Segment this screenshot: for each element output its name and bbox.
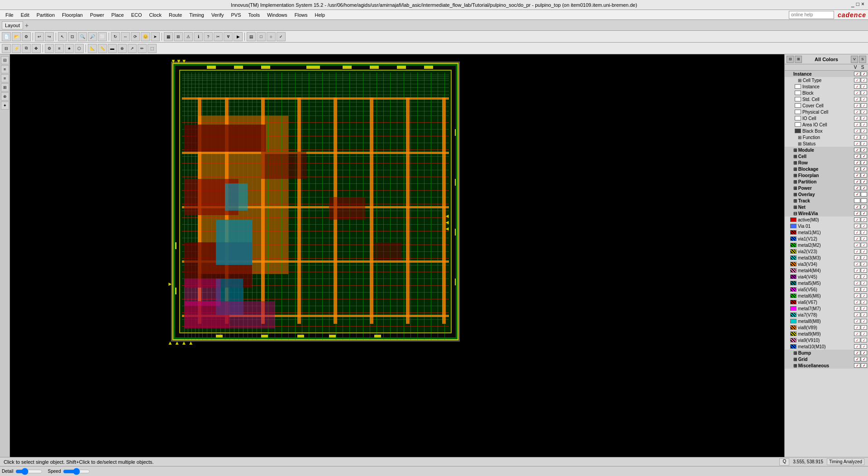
canvas-area[interactable]: ▼▼▼ ◄◄◄ ▲ ▲ ▲ ▲ ► bbox=[10, 54, 784, 457]
menu-route[interactable]: Route bbox=[165, 11, 186, 19]
color-row-46[interactable]: ⊞ Miscellaneous✓✓ bbox=[785, 362, 868, 369]
check-s-17[interactable]: ✓ bbox=[861, 179, 867, 184]
check-s-39[interactable]: ✓ bbox=[861, 319, 867, 323]
q-button[interactable]: Q bbox=[779, 458, 789, 466]
check-s-38[interactable]: ✓ bbox=[861, 313, 867, 317]
color-row-19[interactable]: ⊞ Overlay✓ bbox=[785, 191, 868, 197]
color-row-22[interactable]: ⊟ Wire&Via✓✓ bbox=[785, 210, 868, 216]
color-row-45[interactable]: ⊞ Grid✓✓ bbox=[785, 356, 868, 362]
menu-flows[interactable]: Flows bbox=[291, 11, 311, 19]
check-s-7[interactable]: ✓ bbox=[861, 116, 867, 120]
check-v-22[interactable]: ✓ bbox=[854, 211, 860, 216]
color-row-30[interactable]: via3(V34)✓✓ bbox=[785, 261, 868, 267]
check-s-29[interactable]: ✓ bbox=[861, 255, 867, 260]
check-v-7[interactable]: ✓ bbox=[854, 116, 860, 120]
toolbar2-select2[interactable]: ⬚ bbox=[148, 44, 157, 53]
color-row-8[interactable]: Area IO Cell✓✓ bbox=[785, 121, 868, 128]
check-s-26[interactable]: ✓ bbox=[861, 236, 867, 241]
check-v-44[interactable]: ✓ bbox=[854, 351, 860, 355]
sidebar-icon-5[interactable]: ⊕ bbox=[1, 92, 9, 101]
toolbar2-pencil[interactable]: ✏ bbox=[138, 44, 147, 53]
color-row-9[interactable]: Black Box✓✓ bbox=[785, 128, 868, 134]
check-v-26[interactable]: ✓ bbox=[854, 236, 860, 241]
check-s-6[interactable]: ✓ bbox=[861, 110, 867, 114]
color-row-12[interactable]: ⊞ Module✓✓ bbox=[785, 147, 868, 153]
color-row-44[interactable]: ⊞ Bump✓✓ bbox=[785, 350, 868, 356]
color-row-32[interactable]: via4(V45)✓✓ bbox=[785, 274, 868, 280]
check-s-36[interactable]: ✓ bbox=[861, 300, 867, 304]
check-v-19[interactable]: ✓ bbox=[854, 192, 860, 197]
check-s-3[interactable]: ✓ bbox=[861, 91, 867, 95]
toolbar-cut[interactable]: ✂ bbox=[214, 32, 223, 41]
check-v-35[interactable]: ✓ bbox=[854, 293, 860, 298]
color-row-39[interactable]: metal8(M8)✓✓ bbox=[785, 318, 868, 324]
check-v-27[interactable]: ✓ bbox=[854, 243, 860, 247]
check-s-8[interactable]: ✓ bbox=[861, 122, 867, 127]
check-v-41[interactable]: ✓ bbox=[854, 332, 860, 336]
check-v-32[interactable]: ✓ bbox=[854, 274, 860, 279]
toolbar2-highlight[interactable]: ★ bbox=[65, 44, 74, 53]
check-v-17[interactable]: ✓ bbox=[854, 179, 860, 184]
sidebar-icon-2[interactable]: ≡ bbox=[1, 65, 9, 73]
menu-floorplan[interactable]: Floorplan bbox=[58, 11, 86, 19]
check-s-22[interactable]: ✓ bbox=[861, 211, 867, 216]
toolbar-zoom-out[interactable]: 🔎 bbox=[88, 32, 97, 41]
color-row-41[interactable]: metal9(M9)✓✓ bbox=[785, 331, 868, 337]
menu-verify[interactable]: Verify bbox=[208, 11, 228, 19]
check-v-33[interactable]: ✓ bbox=[854, 281, 860, 285]
toolbar-grid[interactable]: ⊞ bbox=[174, 32, 183, 41]
check-s-21[interactable]: ✓ bbox=[861, 205, 867, 209]
check-v-13[interactable]: ✓ bbox=[854, 154, 860, 159]
menu-pvs[interactable]: PVS bbox=[227, 11, 244, 19]
close-button[interactable]: × bbox=[861, 1, 864, 7]
toolbar-zoom-fit[interactable]: ⊡ bbox=[68, 32, 77, 41]
toolbar-drc[interactable]: ⛛ bbox=[224, 32, 233, 41]
toolbar2-measure[interactable]: 📐 bbox=[88, 44, 97, 53]
check-s-32[interactable]: ✓ bbox=[861, 274, 867, 279]
check-v-12[interactable]: ✓ bbox=[854, 148, 860, 152]
sidebar-icon-3[interactable]: ≡ bbox=[1, 74, 9, 82]
check-v-36[interactable]: ✓ bbox=[854, 300, 860, 304]
menu-file[interactable]: File bbox=[2, 11, 17, 19]
toolbar-flip[interactable]: ↔ bbox=[121, 32, 130, 41]
check-v-30[interactable]: ✓ bbox=[854, 262, 860, 266]
toolbar-info[interactable]: ℹ bbox=[194, 32, 203, 41]
toolbar-undo[interactable]: ↩ bbox=[35, 32, 44, 41]
toolbar-arrow[interactable]: ➤ bbox=[151, 32, 160, 41]
toolbar-select[interactable]: ↖ bbox=[58, 32, 67, 41]
tab-add-button[interactable]: + bbox=[25, 22, 29, 29]
check-v-24[interactable]: ✓ bbox=[854, 224, 860, 228]
sidebar-icon-1[interactable]: ⊟ bbox=[1, 56, 9, 64]
check-v-38[interactable]: ✓ bbox=[854, 313, 860, 317]
maximize-button[interactable]: □ bbox=[856, 1, 859, 7]
sidebar-icon-6[interactable]: ✦ bbox=[1, 101, 9, 110]
check-v-31[interactable]: ✓ bbox=[854, 268, 860, 273]
color-row-17[interactable]: ⊞ Partition✓✓ bbox=[785, 178, 868, 185]
check-v-37[interactable]: ✓ bbox=[854, 306, 860, 311]
color-row-33[interactable]: metal5(M5)✓✓ bbox=[785, 280, 868, 286]
check-v-10[interactable]: ✓ bbox=[854, 135, 860, 139]
check-v-45[interactable]: ✓ bbox=[854, 357, 860, 361]
check-v-3[interactable]: ✓ bbox=[854, 91, 860, 95]
check-v-1[interactable]: ✓ bbox=[854, 78, 860, 82]
check-s-46[interactable]: ✓ bbox=[861, 363, 867, 368]
check-s-33[interactable]: ✓ bbox=[861, 281, 867, 285]
panel-s-button[interactable]: S bbox=[859, 56, 866, 63]
check-v-9[interactable]: ✓ bbox=[854, 129, 860, 133]
check-v-5[interactable]: ✓ bbox=[854, 103, 860, 108]
check-s-5[interactable]: ✓ bbox=[861, 103, 867, 108]
check-s-16[interactable]: ✓ bbox=[861, 173, 867, 178]
check-s-14[interactable]: ✓ bbox=[861, 160, 867, 165]
check-v-42[interactable]: ✓ bbox=[854, 338, 860, 342]
color-row-4[interactable]: Std. Cell✓✓ bbox=[785, 96, 868, 102]
toolbar2-snap[interactable]: ⊟ bbox=[2, 44, 11, 53]
color-row-35[interactable]: metal6(M6)✓✓ bbox=[785, 293, 868, 299]
toolbar-table[interactable]: ▦ bbox=[164, 32, 173, 41]
check-v-6[interactable]: ✓ bbox=[854, 110, 860, 114]
color-row-14[interactable]: ⊞ Row✓✓ bbox=[785, 159, 868, 166]
online-help-search[interactable] bbox=[789, 11, 834, 19]
check-s-41[interactable]: ✓ bbox=[861, 332, 867, 336]
check-v-16[interactable]: ✓ bbox=[854, 173, 860, 178]
panel-expand-button[interactable]: ⊞ bbox=[795, 56, 802, 63]
speed-slider[interactable] bbox=[63, 468, 90, 475]
